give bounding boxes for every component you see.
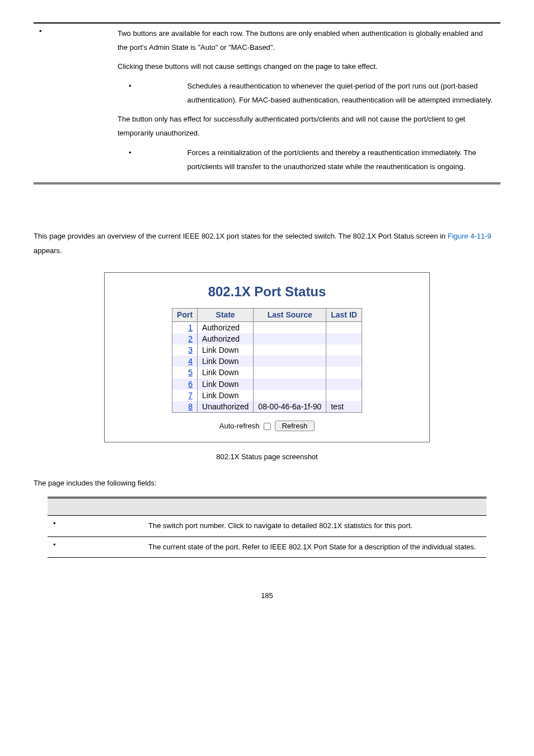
fields-row-label: •: [48, 515, 143, 536]
fields-header-row: [48, 497, 486, 515]
port-link[interactable]: 8: [172, 401, 198, 413]
table-row: 4Link Down: [172, 356, 362, 367]
port-last-id: [326, 321, 362, 333]
table-row: 8Unauthorized08-00-46-6a-1f-90test: [172, 401, 362, 413]
table-row: 5Link Down: [172, 367, 362, 378]
desc-paragraph: The button only has effect for successfu…: [118, 113, 495, 140]
port-link[interactable]: 7: [172, 390, 198, 401]
refresh-button[interactable]: Refresh: [275, 421, 315, 431]
table-row: 2Authorized: [172, 333, 362, 344]
port-state: Link Down: [198, 367, 254, 378]
fields-header-right: [143, 497, 486, 515]
table-row: 3Link Down: [172, 344, 362, 356]
desc-paragraph: Two buttons are available for each row. …: [118, 27, 495, 54]
table-row: 7Link Down: [172, 390, 362, 401]
port-last-id: [326, 333, 362, 344]
desc-paragraph: Clicking these buttons will not cause se…: [118, 60, 495, 74]
intro-part1: This page provides an overview of the cu…: [34, 232, 448, 240]
port-last-id: [326, 356, 362, 367]
port-last-source: [254, 379, 326, 390]
port-state: Link Down: [198, 379, 254, 390]
refresh-controls: Auto-refresh Refresh: [110, 421, 424, 432]
port-last-source: [254, 333, 326, 344]
fields-intro-text: The page includes the following fields:: [34, 479, 500, 488]
port-link[interactable]: 3: [172, 344, 198, 356]
auto-refresh-checkbox[interactable]: [264, 423, 271, 430]
page-number: 185: [34, 591, 500, 601]
table-row: 1Authorized: [172, 321, 362, 333]
port-last-id: [326, 379, 362, 390]
fields-row: • The switch port number. Click to navig…: [48, 515, 486, 536]
bullet-icon: •: [129, 80, 132, 107]
bullet-icon: •: [129, 146, 132, 174]
port-status-screenshot: 802.1X Port Status Port State Last Sourc…: [104, 272, 430, 442]
fields-row-desc: The switch port number. Click to navigat…: [143, 515, 486, 536]
port-state: Unauthorized: [198, 401, 254, 413]
port-link[interactable]: 1: [172, 321, 198, 333]
port-state: Link Down: [198, 356, 254, 367]
intro-part2: appears.: [34, 246, 62, 255]
col-header-lastid: Last ID: [326, 309, 362, 321]
top-row-label-cell: •: [34, 23, 112, 184]
auto-refresh-label: Auto-refresh: [219, 422, 260, 430]
col-header-state: State: [198, 309, 254, 321]
port-status-table: Port State Last Source Last ID 1Authoriz…: [172, 308, 362, 413]
port-link[interactable]: 5: [172, 367, 198, 378]
fields-row: • The current state of the port. Refer t…: [48, 536, 486, 558]
bullet-text: Schedules a reauthentication to whenever…: [188, 80, 495, 107]
port-last-source: [254, 344, 326, 356]
port-last-source: [254, 356, 326, 367]
port-state: Authorized: [198, 321, 254, 333]
port-state: Link Down: [198, 344, 254, 356]
screenshot-title: 802.1X Port Status: [110, 283, 424, 300]
port-link[interactable]: 6: [172, 379, 198, 390]
top-row-description-cell: Two buttons are available for each row. …: [112, 23, 500, 184]
fields-header-left: [48, 497, 143, 515]
fields-row-desc: The current state of the port. Refer to …: [143, 536, 486, 558]
fields-row-label: •: [48, 536, 143, 558]
port-link[interactable]: 2: [172, 333, 198, 344]
bullet-text: Forces a reinitialization of the port/cl…: [188, 146, 495, 174]
port-last-source: [254, 321, 326, 333]
port-last-id: [326, 390, 362, 401]
port-state: Link Down: [198, 390, 254, 401]
fields-table: • The switch port number. Click to navig…: [48, 497, 486, 558]
port-last-id: test: [326, 401, 362, 413]
port-last-source: 08-00-46-6a-1f-90: [254, 401, 326, 413]
port-link[interactable]: 4: [172, 356, 198, 367]
port-last-id: [326, 367, 362, 378]
figure-caption: 802.1X Status page screenshot: [34, 452, 500, 462]
port-last-source: [254, 390, 326, 401]
col-header-port: Port: [172, 309, 198, 321]
col-header-lastsource: Last Source: [254, 309, 326, 321]
desc-bullet-item: • Forces a reinitialization of the port/…: [118, 146, 495, 174]
port-last-id: [326, 344, 362, 356]
figure-link[interactable]: Figure 4-11-9: [448, 232, 491, 240]
port-last-source: [254, 367, 326, 378]
desc-bullet-item: • Schedules a reauthentication to whenev…: [118, 80, 495, 107]
top-description-table: • Two buttons are available for each row…: [34, 22, 500, 184]
port-state: Authorized: [198, 333, 254, 344]
table-row: 6Link Down: [172, 379, 362, 390]
intro-paragraph: This page provides an overview of the cu…: [34, 229, 500, 258]
